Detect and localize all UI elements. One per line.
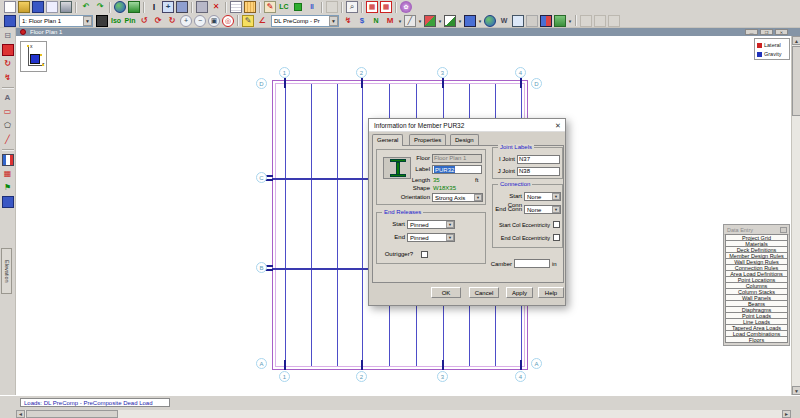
member-menu-icon[interactable]: M xyxy=(384,15,396,27)
separator-icon[interactable] xyxy=(575,15,577,26)
rotate-red-icon[interactable]: ↻ xyxy=(2,58,14,70)
global-parameters-icon[interactable] xyxy=(114,1,126,13)
label-field[interactable]: PUR32 xyxy=(432,165,482,174)
horizontal-scrollbar[interactable]: ◄ ► xyxy=(16,410,791,418)
undo-icon[interactable]: ↶ xyxy=(80,1,92,13)
model-view-icon[interactable] xyxy=(512,15,524,27)
outrigger-checkbox[interactable] xyxy=(421,251,428,258)
spreadsheet-icon[interactable] xyxy=(230,1,242,13)
floppy-blue-icon[interactable] xyxy=(2,196,14,208)
tab-elevation[interactable]: Elevation xyxy=(1,248,12,294)
rotate-right-icon[interactable]: ↻ xyxy=(166,15,178,27)
grid-colored-icon[interactable] xyxy=(2,154,14,166)
separator-icon[interactable] xyxy=(237,15,239,26)
pin-icon[interactable]: Pin xyxy=(124,15,136,27)
results-spreadsheet-icon[interactable]: ▦ xyxy=(380,1,392,13)
camber-field[interactable] xyxy=(514,259,550,268)
end-conn-select[interactable]: None ▼ xyxy=(524,205,561,214)
separator-icon[interactable] xyxy=(109,2,111,13)
separator-icon[interactable] xyxy=(225,2,227,13)
chevron-down-icon[interactable]: ▼ xyxy=(552,193,560,200)
iso-icon[interactable]: Iso xyxy=(110,15,122,27)
zoom-target-icon[interactable]: ◎ xyxy=(222,15,234,27)
flag-green-icon[interactable]: ⚑ xyxy=(2,182,14,194)
polygon-red-icon[interactable]: ⬠ xyxy=(2,120,14,132)
hot-rolled-icon[interactable]: N xyxy=(370,15,382,27)
close-icon[interactable]: ✕ xyxy=(551,119,565,132)
column-tick[interactable] xyxy=(284,360,286,370)
arrow-icon[interactable]: ▾ xyxy=(457,15,463,27)
print-preview-icon[interactable]: ⌕ xyxy=(346,1,358,13)
tab-general[interactable]: General xyxy=(372,134,403,146)
start-conn-select[interactable]: None ▼ xyxy=(524,192,561,201)
separator-icon[interactable] xyxy=(395,2,397,13)
scroll-up-icon[interactable]: ▲ xyxy=(792,36,800,45)
scroll-right-icon[interactable]: ► xyxy=(782,410,791,418)
draw-plate-icon[interactable] xyxy=(424,15,436,27)
chevron-down-icon[interactable]: ▼ xyxy=(83,16,92,26)
column-tick[interactable] xyxy=(442,78,444,88)
separator-h-icon[interactable] xyxy=(2,87,14,89)
delete-loads-icon[interactable]: ✕ xyxy=(210,1,222,13)
zoom-out-icon[interactable]: − xyxy=(194,15,206,27)
zoom-window-icon[interactable]: ▣ xyxy=(208,15,220,27)
help-button[interactable]: Help xyxy=(538,287,564,298)
line-red-icon[interactable]: ╱ xyxy=(2,134,14,146)
column-tick[interactable] xyxy=(284,78,286,88)
separator-icon[interactable] xyxy=(191,2,193,13)
start-col-ecc-checkbox[interactable] xyxy=(553,221,560,228)
copy-icon[interactable] xyxy=(46,1,58,13)
disabled-page-icon[interactable] xyxy=(326,1,338,13)
scroll-left-icon[interactable]: ◄ xyxy=(16,410,25,418)
vertical-scrollbar[interactable]: ▲ ▼ xyxy=(791,36,800,395)
tab-design[interactable]: Design xyxy=(450,134,479,145)
render-mode-icon[interactable] xyxy=(554,15,566,27)
solve-icon[interactable] xyxy=(128,1,140,13)
disabled-icon[interactable] xyxy=(580,15,592,27)
load-combinations-icon[interactable]: LC xyxy=(278,1,290,13)
zoom-in-icon[interactable]: + xyxy=(180,15,192,27)
separator-h-icon[interactable] xyxy=(2,149,14,151)
reload-icon[interactable]: ↯ xyxy=(342,15,354,27)
chevron-down-icon[interactable]: ▼ xyxy=(446,221,454,228)
ok-button[interactable]: OK xyxy=(431,287,461,298)
wall-panels-icon[interactable] xyxy=(176,1,188,13)
vertical-scroll-thumb[interactable] xyxy=(792,46,800,116)
arrow-icon[interactable]: ▾ xyxy=(417,15,423,27)
member-line[interactable] xyxy=(285,84,286,366)
column-tick[interactable] xyxy=(361,360,363,370)
globe-small-icon[interactable] xyxy=(484,15,496,27)
redo-icon[interactable]: ↷ xyxy=(94,1,106,13)
member-section-icon[interactable]: I xyxy=(148,1,160,13)
results-spreadsheet-icon[interactable]: ▦ xyxy=(366,1,378,13)
annotate-icon[interactable]: A xyxy=(2,92,14,104)
load-spreadsheet-icon[interactable] xyxy=(244,1,256,13)
end-release-select[interactable]: Pinned ▼ xyxy=(407,233,455,242)
new-file-icon[interactable] xyxy=(4,1,16,13)
load-case-dropdown[interactable]: DL PreComp - Pr ▼ xyxy=(271,15,339,27)
arrow-icon[interactable]: ▾ xyxy=(397,15,403,27)
distributed-load-icon[interactable]: ‖ xyxy=(306,1,318,13)
panel-red-icon[interactable]: ▦ xyxy=(2,168,14,180)
data-entry-button[interactable]: Member Design Rules xyxy=(725,252,788,259)
box-red-icon[interactable] xyxy=(2,44,14,56)
snap-angle-icon[interactable]: ∠ xyxy=(256,15,268,27)
data-entry-button[interactable]: Area Load Definitions xyxy=(725,270,788,277)
close-icon[interactable] xyxy=(780,227,787,233)
column-tick[interactable] xyxy=(520,360,522,370)
chevron-down-icon[interactable]: ▼ xyxy=(446,234,454,241)
orientation-select[interactable]: Strong Axis ▼ xyxy=(432,193,483,202)
separator-icon[interactable] xyxy=(259,2,261,13)
column-tick[interactable] xyxy=(442,360,444,370)
i-joint-field[interactable]: N37 xyxy=(517,155,560,164)
start-release-select[interactable]: Pinned ▼ xyxy=(407,220,455,229)
horizontal-scroll-thumb[interactable] xyxy=(26,410,118,418)
minimize-icon[interactable]: — xyxy=(745,29,758,35)
separator-icon[interactable] xyxy=(361,2,363,13)
draw-panel-icon[interactable] xyxy=(464,15,476,27)
chevron-down-icon[interactable]: ▼ xyxy=(474,194,482,201)
j-joint-field[interactable]: N38 xyxy=(517,167,560,176)
rect-red-icon[interactable]: ▭ xyxy=(2,106,14,118)
separator-icon[interactable] xyxy=(341,2,343,13)
rotate-left-icon[interactable]: ↺ xyxy=(138,15,150,27)
